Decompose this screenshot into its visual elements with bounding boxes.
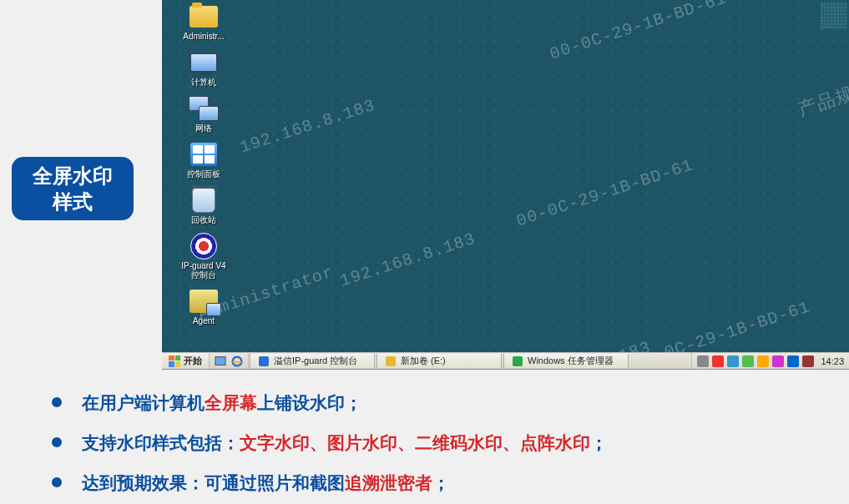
bullet-item: 达到预期效果：可通过照片和截图追溯泄密者； — [48, 467, 832, 499]
tray-icon[interactable] — [727, 355, 739, 367]
taskbar: 开始 溢信IP-guard 控制台 新加卷 (E:) Windows 任务管理器 — [162, 352, 849, 369]
svg-rect-0 — [215, 356, 225, 365]
watermark-layer: 00-0C-29-1B-BD-61 产品规划部 192.168.8.183 00… — [162, 0, 849, 353]
watermark-ip: 192.168.8.183 — [513, 337, 654, 353]
bullet-item: 在用户端计算机全屏幕上铺设水印； — [48, 387, 832, 419]
ie-icon[interactable] — [231, 355, 243, 367]
desktop-icons-column: Administr... 计算机 网络 控制面板 回收站 IP-guard V4… — [174, 3, 234, 325]
tray-icon[interactable] — [802, 355, 814, 367]
agent-icon[interactable]: Agent — [174, 288, 234, 325]
bullet-text-span: 上铺设水印； — [257, 393, 362, 412]
side-label-box: 全屏水印 样式 — [12, 157, 134, 220]
watermark-mac: 00-0C-29-1B-BD-61 — [548, 0, 729, 64]
watermark-ip: 192.168.8.183 — [238, 95, 378, 157]
tray-icon[interactable] — [712, 355, 724, 367]
windows-flag-icon — [169, 355, 180, 367]
desktop-wallpaper: 00-0C-29-1B-BD-61 产品规划部 192.168.8.183 00… — [162, 0, 849, 353]
bullet-text-span: 达到预期效果：可通过照片和截图 — [82, 473, 345, 492]
control-panel-icon[interactable]: 控制面板 — [174, 141, 234, 179]
tray-icon[interactable] — [742, 355, 754, 367]
desktop-screenshot: 00-0C-29-1B-BD-61 产品规划部 192.168.8.183 00… — [162, 0, 849, 370]
ipguard-v4-console-icon[interactable]: IP-guard V4 控制台 — [174, 233, 234, 280]
feature-bullets: 在用户端计算机全屏幕上铺设水印； 支持水印样式包括：文字水印、图片水印、二维码水… — [48, 387, 832, 504]
bullet-text-span: 文字水印、图片水印、二维码水印、点阵水印 — [240, 433, 590, 452]
watermark-mac: 00-0C-29-1B-BD-61 — [631, 297, 812, 353]
administrator-folder-icon[interactable]: Administr... — [174, 3, 234, 41]
taskbar-item-volume-e[interactable]: 新加卷 (E:) — [376, 354, 502, 368]
system-tray: 14:23 — [691, 353, 849, 369]
recycle-bin-icon[interactable]: 回收站 — [174, 187, 234, 224]
network-icon[interactable]: 网络 — [174, 95, 234, 133]
tray-icon[interactable] — [787, 355, 799, 367]
bullet-item: 支持水印样式包括：文字水印、图片水印、二维码水印、点阵水印； — [48, 427, 832, 459]
watermark-mac: 00-0C-29-1B-BD-61 — [514, 155, 695, 230]
tray-icon[interactable] — [757, 355, 769, 367]
clock[interactable]: 14:23 — [817, 356, 844, 366]
start-label: 开始 — [184, 355, 202, 367]
app-icon — [259, 356, 269, 366]
watermark-dept: 产品规划部 — [795, 69, 849, 123]
watermark-ip: 192.168.8.183 — [338, 229, 478, 290]
quick-launch — [210, 353, 249, 369]
show-desktop-icon[interactable] — [215, 355, 226, 367]
start-button[interactable]: 开始 — [162, 353, 210, 369]
bullet-text-span: 支持水印样式包括： — [82, 433, 240, 452]
qr-watermark-icon — [821, 2, 847, 28]
tray-icon[interactable] — [772, 355, 784, 367]
tray-icon[interactable] — [697, 355, 709, 367]
bullet-text-span: ； — [590, 433, 608, 452]
bullet-text-span: ； — [432, 473, 450, 492]
taskmgr-icon — [513, 356, 523, 366]
bullet-text-span: 追溯泄密者 — [345, 473, 432, 492]
folder-icon — [386, 356, 396, 366]
computer-icon[interactable]: 计算机 — [174, 49, 234, 87]
side-label-text: 全屏水印 样式 — [33, 163, 113, 214]
bullet-text-span: 在用户端计算机 — [82, 393, 205, 412]
bullet-text-span: 全屏幕 — [205, 393, 257, 412]
taskbar-item-ipguard[interactable]: 溢信IP-guard 控制台 — [250, 354, 375, 368]
taskbar-item-taskmgr[interactable]: Windows 任务管理器 — [503, 354, 629, 368]
